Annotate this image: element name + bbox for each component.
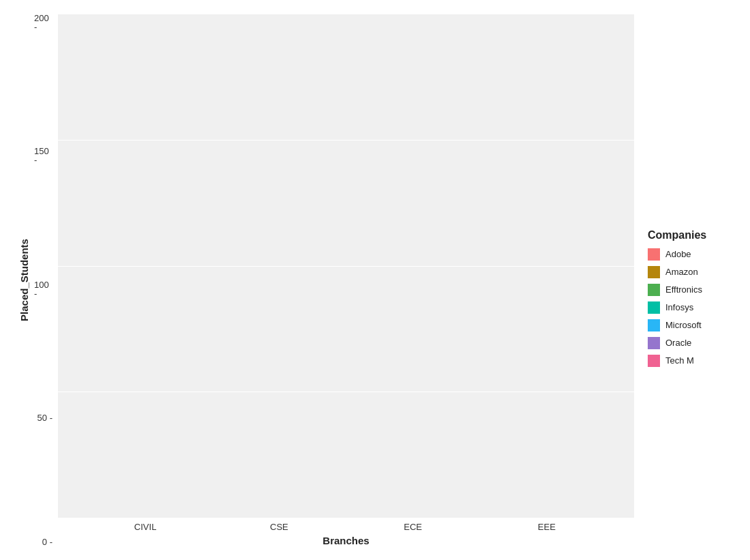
plot-area — [58, 14, 634, 518]
legend-item-tech-m: Tech M — [648, 355, 694, 367]
legend-label-infosys: Infosys — [665, 302, 693, 312]
chart-area: Placed_Students 0 -50 -100 -150 -200 - C… — [14, 14, 634, 546]
y-tick: 200 - — [34, 14, 52, 31]
legend-color-oracle — [648, 337, 660, 349]
legend-item-oracle: Oracle — [648, 337, 691, 349]
legend-item-infosys: Infosys — [648, 301, 693, 314]
bars-wrapper — [58, 14, 634, 518]
legend-color-adobe — [648, 248, 660, 261]
legend-label-adobe: Adobe — [665, 249, 691, 259]
legend-color-efftronics — [648, 284, 660, 296]
chart-container: Placed_Students 0 -50 -100 -150 -200 - C… — [0, 0, 750, 560]
y-tick: 150 - — [34, 147, 52, 164]
legend-item-amazon: Amazon — [648, 266, 698, 278]
legend-item-adobe: Adobe — [648, 248, 691, 261]
bottom-labels: Branches — [58, 532, 634, 546]
x-label-civil: CIVIL — [118, 522, 172, 532]
legend-label-microsoft: Microsoft — [665, 320, 702, 330]
y-and-plot: 0 -50 -100 -150 -200 - CIVILCSEECEEEE Br… — [34, 14, 634, 546]
y-tick: 0 - — [42, 537, 52, 546]
x-label-eee: EEE — [520, 522, 574, 532]
x-label-cse: CSE — [252, 522, 306, 532]
legend-title: Companies — [648, 229, 706, 241]
y-axis: 0 -50 -100 -150 -200 - — [34, 14, 58, 546]
legend-label-tech-m: Tech M — [665, 355, 694, 366]
legend-label-oracle: Oracle — [665, 338, 691, 348]
y-axis-label-wrapper: Placed_Students 0 -50 -100 -150 -200 - C… — [14, 14, 634, 546]
legend-item-efftronics: Efftronics — [648, 284, 702, 296]
y-tick: 50 - — [38, 413, 52, 422]
legend-color-tech-m — [648, 355, 660, 367]
plot-and-x: CIVILCSEECEEEE Branches — [58, 14, 634, 546]
legend-color-microsoft — [648, 319, 660, 331]
y-axis-title-wrapper: Placed_Students — [14, 14, 34, 546]
legend-item-microsoft: Microsoft — [648, 319, 702, 331]
legend-label-efftronics: Efftronics — [665, 284, 702, 295]
y-tick: 100 - — [34, 280, 52, 298]
x-axis-title: Branches — [58, 535, 634, 546]
legend-color-amazon — [648, 266, 660, 278]
y-axis-title: Placed_Students — [18, 239, 30, 321]
legend-color-infosys — [648, 301, 660, 314]
legend-label-amazon: Amazon — [665, 267, 698, 277]
x-label-ece: ECE — [386, 522, 440, 532]
x-labels: CIVILCSEECEEEE — [58, 522, 634, 532]
legend: Companies AdobeAmazonEfftronicsInfosysMi… — [634, 188, 743, 372]
